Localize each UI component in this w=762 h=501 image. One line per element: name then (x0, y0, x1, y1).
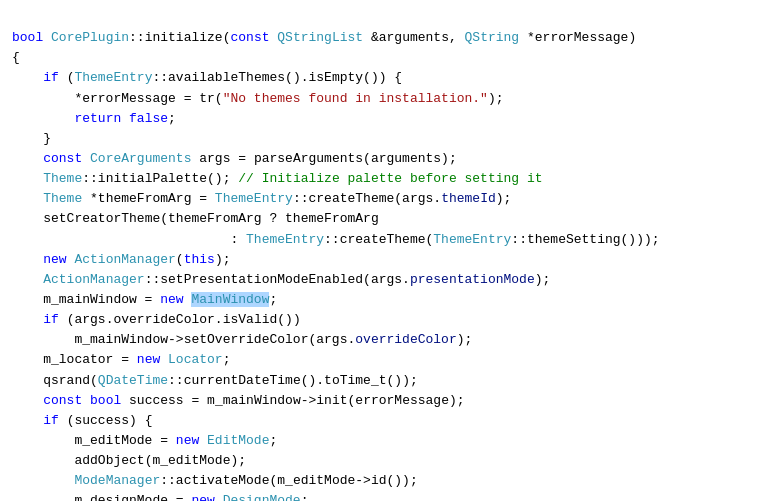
param-presentationmode: presentationMode (410, 272, 535, 287)
type-themeentry4: ThemeEntry (433, 232, 511, 247)
fn-isempty: isEmpty (309, 70, 364, 85)
keyword-false: false (129, 111, 168, 126)
keyword-if2: if (43, 312, 59, 327)
fn-availablethemes: availableThemes (168, 70, 285, 85)
keyword-const1: const (230, 30, 269, 45)
fn-createtheme1: createTheme (308, 191, 394, 206)
fn-totime-t: toTime_t (324, 373, 386, 388)
fn-setoverridecolor: setOverrideColor (184, 332, 309, 347)
type-mainwindow: MainWindow (191, 292, 269, 307)
highlight-mainwindow: MainWindow (191, 292, 269, 307)
code-editor: bool CorePlugin::initialize(const QStrin… (0, 0, 762, 501)
keyword-if3: if (43, 413, 59, 428)
fn-init: init (316, 393, 347, 408)
fn-initialpalette: initialPalette (98, 171, 207, 186)
fn-id: id (371, 473, 387, 488)
keyword-new2: new (160, 292, 183, 307)
keyword-new5: new (191, 493, 214, 501)
fn-tr: tr (199, 91, 215, 106)
param-themeid: themeId (441, 191, 496, 206)
type-theme2: Theme (43, 191, 82, 206)
type-qdatetime: QDateTime (98, 373, 168, 388)
param-overridecolor: overrideColor (355, 332, 456, 347)
type-themeentry: ThemeEntry (74, 70, 152, 85)
fn-createtheme2: createTheme (340, 232, 426, 247)
type-qstring: QString (465, 30, 520, 45)
fn-setpresentationmode: setPresentationModeEnabled (160, 272, 363, 287)
type-themeentry3: ThemeEntry (246, 232, 324, 247)
type-designmode: DesignMode (223, 493, 301, 501)
comment-initialize-palette: // Initialize palette before setting it (238, 171, 542, 186)
type-locator: Locator (168, 352, 223, 367)
fn-qsrand: qsrand (43, 373, 90, 388)
fn-themesetting: themeSetting (527, 232, 621, 247)
keyword-new3: new (137, 352, 160, 367)
fn-activatemode: activateMode (176, 473, 270, 488)
fn-addobject: addObject (74, 453, 144, 468)
keyword-new1: new (43, 252, 66, 267)
keyword-bool2: bool (90, 393, 121, 408)
fn-setcreatortheme: setCreatorTheme (43, 211, 160, 226)
type-modemanager: ModeManager (74, 473, 160, 488)
keyword-new4: new (176, 433, 199, 448)
keyword-const2: const (43, 151, 82, 166)
type-corearguments: CoreArguments (90, 151, 191, 166)
keyword-bool: bool (12, 30, 43, 45)
fn-currentdatetime: currentDateTime (184, 373, 301, 388)
fn-overridecolor: overrideColor (113, 312, 214, 327)
type-qstringlist: QStringList (277, 30, 363, 45)
keyword-const3: const (43, 393, 82, 408)
keyword-this: this (184, 252, 215, 267)
fn-isvalid: isValid (223, 312, 278, 327)
str-nothemes: "No themes found in installation." (223, 91, 488, 106)
type-actionmanager1: ActionManager (74, 252, 175, 267)
type-actionmanager2: ActionManager (43, 272, 144, 287)
type-editmode: EditMode (207, 433, 269, 448)
class-coreplugin: CorePlugin (51, 30, 129, 45)
fn-initialize: initialize (145, 30, 223, 45)
type-themeentry2: ThemeEntry (215, 191, 293, 206)
type-theme1: Theme (43, 171, 82, 186)
keyword-return: return (74, 111, 121, 126)
keyword-if1: if (43, 70, 59, 85)
fn-parsearguments: parseArguments (254, 151, 363, 166)
